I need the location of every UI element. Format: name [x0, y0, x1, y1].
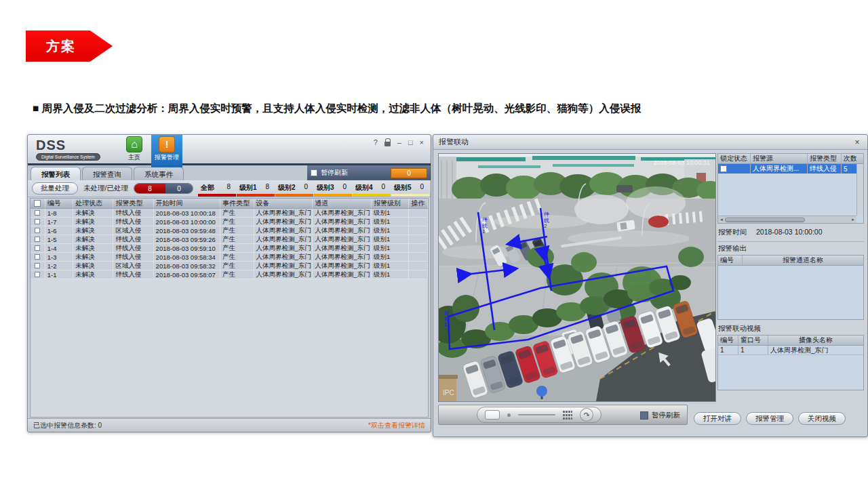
alarm-row[interactable]: 1-7未解决绊线入侵2018-08-03 10:00:00产生人体周界检测_东门…	[31, 218, 428, 226]
row-checkbox[interactable]	[35, 245, 40, 251]
pending-count-badge[interactable]: 0	[391, 168, 427, 178]
dss-window-controls: ? – □ ×	[374, 138, 424, 146]
row-checkbox[interactable]	[35, 219, 40, 224]
pause-refresh-checkbox[interactable]	[311, 169, 317, 176]
linkage-close-button[interactable]: ×	[852, 138, 862, 147]
stat-level-3[interactable]: 级别30	[314, 183, 352, 197]
column-header[interactable]: 开始时间	[154, 199, 221, 208]
alarm-cell: 未解决	[73, 235, 113, 243]
alarm-cell: 级别1	[372, 209, 409, 217]
stat-level-1[interactable]: 级别18	[237, 183, 275, 197]
alarm-cell	[409, 226, 428, 235]
column-header[interactable]: 事件类型	[220, 199, 254, 208]
minimize-button[interactable]: –	[397, 138, 401, 146]
select-all-checkbox[interactable]	[34, 200, 41, 207]
tab-1[interactable]: 报警列表	[31, 167, 81, 180]
nav-home[interactable]: ⌂ 主页	[119, 136, 150, 165]
linkage-pause-checkbox[interactable]	[640, 411, 648, 420]
dss-titlebar[interactable]: DSS Digital Surveillance System ⌂ 主页 ! 报…	[28, 135, 431, 165]
row-checkbox[interactable]	[35, 272, 40, 277]
alarm-cell: 1-5	[45, 235, 73, 243]
alarm-row[interactable]: 1-4未解决绊线入侵2018-08-03 09:59:10产生人体周界检测_东门…	[31, 244, 428, 253]
stat-level-2[interactable]: 级别20	[275, 183, 313, 197]
col-alarm-source[interactable]: 报警源	[751, 154, 808, 163]
col-video-id[interactable]: 编号	[718, 336, 738, 345]
col-window-number[interactable]: 窗口号	[738, 336, 768, 345]
col-alarm-type[interactable]: 报警类型	[808, 154, 842, 163]
alarm-row[interactable]: 1-2未解决区域入侵2018-08-03 09:58:32产生人体周界检测_东门…	[31, 262, 428, 270]
column-header[interactable]: 处理状态	[73, 199, 113, 208]
tab-2[interactable]: 报警查询	[82, 167, 132, 180]
alarm-cell: 1-4	[45, 244, 73, 252]
selected-count-text: 已选中报警信息条数: 0	[33, 421, 102, 430]
volume-slider[interactable]	[518, 414, 555, 415]
row-checkbox[interactable]	[35, 263, 40, 268]
alarm-row[interactable]: 1-3未解决绊线入侵2018-08-03 09:58:34产生人体周界检测_东门…	[31, 253, 428, 262]
row-checkbox[interactable]	[35, 228, 40, 233]
alarm-row[interactable]: 1-1未解决绊线入侵2018-08-03 09:58:07产生人体周界检测_东门…	[31, 270, 428, 279]
video-frame[interactable]: 绊线1 绊线2 规则1 2018-08-03 10:00:31 IPC	[438, 153, 716, 402]
col-output-id[interactable]: 编号	[718, 256, 743, 265]
horizontal-scrollbar[interactable]: ◄ ►	[718, 216, 856, 223]
dss-logo-subtitle: Digital Surveillance System	[36, 153, 100, 161]
linkage-titlebar[interactable]: 报警联动 ×	[433, 135, 867, 150]
alarm-row[interactable]: 1-8未解决绊线入侵2018-08-03 10:00:18产生人体周界检测_东门…	[31, 209, 428, 218]
column-header[interactable]: 报警类型	[113, 199, 153, 208]
open-intercom-button[interactable]: 打开对讲	[694, 412, 741, 425]
nav-home-label: 主页	[128, 153, 140, 162]
alarm-cell	[409, 209, 428, 217]
linkage-video-row[interactable]: 1 1 人体周界检测_东门	[718, 346, 863, 355]
alarm-stats: 全部8级别18级别20级别30级别40级别50	[197, 183, 429, 197]
scrollbar-thumb[interactable]	[725, 218, 805, 222]
row-checkbox[interactable]	[35, 237, 40, 242]
alarm-source-row[interactable]: 人体周界检测... 绊线入侵 5	[718, 164, 863, 174]
col-lock-status[interactable]: 锁定状态	[718, 154, 751, 163]
stop-button[interactable]	[485, 410, 500, 420]
row-checkbox[interactable]	[35, 210, 40, 216]
column-header[interactable]: 编号	[45, 199, 73, 208]
pause-refresh-segment: 暂停刷新 0	[307, 165, 431, 180]
alarm-row[interactable]: 1-5未解决绊线入侵2018-08-03 09:59:26产生人体周界检测_东门…	[31, 235, 428, 244]
col-output-channel[interactable]: 报警通道名称	[743, 256, 863, 265]
column-header[interactable]: 报警级别	[372, 199, 409, 208]
maximize-button[interactable]: □	[408, 138, 413, 146]
slider-handle[interactable]	[507, 413, 511, 417]
alarm-cell: 产生	[220, 209, 254, 217]
col-count[interactable]: 次数	[842, 154, 856, 163]
alarm-management-button[interactable]: 报警管理	[746, 412, 793, 425]
stat-level-4[interactable]: 级别40	[353, 183, 391, 197]
batch-process-button[interactable]: 批量处理	[32, 182, 78, 195]
nav-alarm-management[interactable]: ! 报警管理	[151, 135, 182, 167]
alarm-cell: 产生	[220, 244, 254, 252]
row-checkbox[interactable]	[35, 254, 40, 260]
alarm-cell: 1-3	[45, 253, 73, 261]
alarm-cell: 人体周界检测_东门	[313, 270, 372, 279]
alarm-table-body: 1-8未解决绊线入侵2018-08-03 10:00:18产生人体周界检测_东门…	[31, 209, 428, 279]
column-header[interactable]: 操作	[409, 199, 428, 208]
close-button[interactable]: ×	[420, 138, 424, 146]
rotate-unlock-icon[interactable]: ↷	[580, 408, 593, 422]
alarm-cell: 未解决	[73, 253, 113, 261]
column-header[interactable]: 通道	[313, 199, 372, 208]
lock-icon[interactable]	[384, 142, 391, 146]
scroll-right-arrow[interactable]: ►	[850, 218, 856, 222]
alarm-cell: 2018-08-03 09:58:32	[154, 262, 221, 270]
tab-3[interactable]: 系统事件	[134, 167, 184, 180]
alarm-row[interactable]: 1-6未解决区域入侵2018-08-03 09:59:48产生人体周界检测_东门…	[31, 226, 428, 235]
scroll-left-arrow[interactable]: ◄	[718, 218, 725, 222]
grid-layout-icon[interactable]	[563, 411, 573, 420]
help-button[interactable]: ?	[374, 138, 378, 146]
video-controlbar: ↷ 暂停刷新	[438, 405, 688, 425]
stat-level-0[interactable]: 全部8	[198, 183, 236, 197]
linkage-video-table: 编号 窗口号 摄像头名称 1 1 人体周界检测_东门	[717, 335, 864, 390]
lock-checkbox[interactable]	[720, 165, 727, 172]
dss-statusbar: 已选中报警信息条数: 0 *双击查看报警详情	[28, 418, 431, 432]
vertical-scrollbar[interactable]	[856, 164, 863, 216]
alarm-cell: 人体周界检测_东门	[254, 226, 313, 235]
linkage-sidebar: 锁定状态 报警源 报警类型 次数 人体周界检测... 绊线入侵 5 ◄ ►	[717, 153, 864, 401]
col-camera-name[interactable]: 摄像头名称	[768, 336, 863, 345]
linkage-pause-label: 暂停刷新	[652, 411, 680, 420]
column-header[interactable]: 设备	[254, 199, 313, 208]
stat-level-5[interactable]: 级别50	[391, 183, 429, 197]
close-video-button[interactable]: 关闭视频	[798, 412, 846, 425]
